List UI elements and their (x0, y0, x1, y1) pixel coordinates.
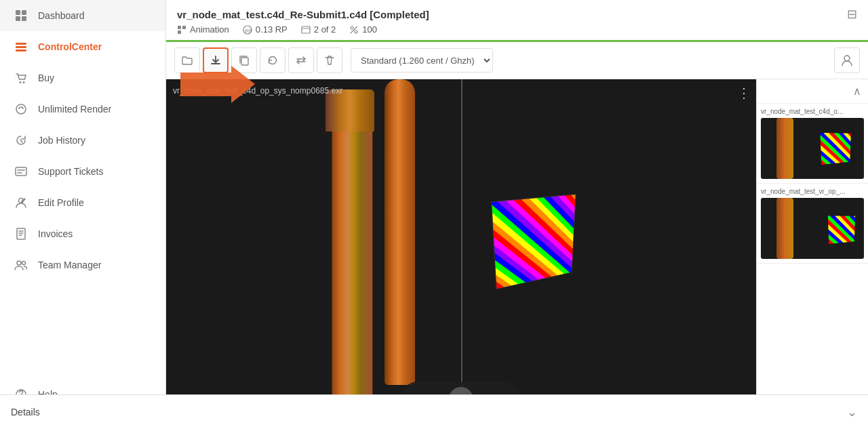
svg-rect-24 (241, 58, 248, 65)
cube-face (491, 194, 576, 289)
folder-button[interactable] (174, 47, 200, 73)
job-type-label: Animation (190, 24, 229, 35)
thumb-label-1: vr_node_mat_test_c4d_o... (761, 108, 864, 115)
support-icon (14, 164, 28, 179)
svg-rect-3 (22, 16, 26, 21)
sidebar: Dashboard ControlCenter Buy (0, 0, 166, 429)
thumb-label-2: vr_node_mat_test_vr_op_... (761, 188, 864, 195)
render-preview (166, 79, 756, 427)
thumbnail-item-1[interactable]: vr_node_mat_test_c4d_o... (757, 104, 868, 184)
sidebar-label-buy: Buy (38, 73, 54, 83)
sidebar-label-unlimited: Unlimited Render (38, 104, 111, 115)
right-panel-header: ∧ (757, 79, 868, 104)
percent-value: 100 (362, 24, 377, 35)
svg-point-13 (17, 261, 21, 265)
frames-value: 2 of 2 (314, 24, 336, 35)
svg-rect-21 (302, 26, 310, 33)
svg-rect-5 (16, 46, 26, 48)
sidebar-label-job-history: Job History (38, 135, 85, 146)
sidebar-label-support: Support Tickets (38, 166, 104, 177)
svg-point-14 (22, 262, 26, 265)
thumb-image-2 (761, 198, 864, 259)
svg-rect-12 (17, 228, 25, 239)
swap-button[interactable] (288, 47, 314, 73)
thumb-copper-2 (776, 198, 793, 259)
sidebar-item-edit-profile[interactable]: Edit Profile (0, 187, 165, 218)
svg-rect-1 (22, 10, 26, 15)
thumb-image-1 (761, 118, 864, 179)
sidebar-label-team: Team Manager (38, 260, 101, 270)
collapse-icon[interactable]: ⊟ (847, 7, 857, 22)
panel-collapse-button[interactable]: ∧ (853, 85, 861, 98)
right-panel: ∧ vr_node_mat_test_c4d_o... vr_node_mat_… (756, 79, 868, 429)
sidebar-item-job-history[interactable]: Job History (0, 125, 165, 156)
rp-icon: RP (243, 25, 252, 35)
download-button[interactable] (203, 47, 229, 73)
percent-icon (349, 25, 359, 35)
sidebar-item-invoices[interactable]: Invoices (0, 218, 165, 249)
details-chevron-icon: ⌄ (847, 405, 857, 420)
svg-point-9 (16, 104, 26, 114)
job-type: Animation (177, 24, 229, 35)
svg-rect-10 (16, 167, 26, 176)
viewer-container: vr_node_mat_test_c4d_op_sys_nomp0685.exr… (166, 79, 756, 429)
sidebar-item-team-manager[interactable]: Team Manager (0, 249, 165, 281)
rp-value: 0.13 RP (256, 24, 288, 35)
dashboard-icon (14, 8, 28, 23)
sidebar-item-support-tickets[interactable]: Support Tickets (0, 156, 165, 187)
edit-profile-icon (14, 195, 28, 210)
svg-point-23 (355, 30, 357, 33)
trash-button[interactable] (317, 47, 342, 73)
viewer-divider (461, 79, 462, 427)
thumb-cube-1 (820, 133, 850, 165)
viewer-filename: vr_node_mat_test_c4d_op_sys_nomp0685.exr (173, 86, 342, 96)
svg-point-25 (844, 56, 850, 61)
sidebar-label-edit-profile: Edit Profile (38, 197, 84, 208)
render-type-select[interactable]: Standard (1.260 cent / Ghzh)PremiumEcono… (351, 48, 493, 73)
sidebar-label-controlcenter: ControlCenter (38, 41, 102, 52)
unlimited-render-icon (14, 102, 28, 117)
toolbar: Standard (1.260 cent / Ghzh)PremiumEcono… (166, 42, 868, 79)
copy-button[interactable] (231, 47, 257, 73)
header-bar: vr_node_mat_test.c4d_Re-Submit1.c4d [Com… (166, 0, 868, 42)
invoices-icon (14, 226, 28, 241)
svg-text:RP: RP (245, 28, 252, 34)
job-frames: 2 of 2 (301, 24, 336, 35)
animation-icon (177, 25, 186, 35)
job-history-icon (14, 133, 28, 148)
job-percent: 100 (349, 24, 377, 35)
svg-rect-4 (16, 43, 26, 45)
sidebar-label-invoices: Invoices (38, 228, 73, 239)
copper-tube-cap (326, 89, 374, 131)
copper-bat (384, 79, 415, 385)
content-area: vr_node_mat_test_c4d_op_sys_nomp0685.exr… (166, 79, 868, 429)
thumbnail-item-2[interactable]: vr_node_mat_test_vr_op_... (757, 184, 868, 264)
svg-rect-16 (178, 26, 181, 29)
svg-point-7 (20, 81, 22, 83)
svg-rect-0 (16, 10, 20, 15)
user-avatar-button[interactable] (834, 47, 860, 73)
sidebar-item-dashboard[interactable]: Dashboard (0, 0, 165, 31)
job-rp: RP 0.13 RP (243, 24, 288, 35)
thumb-cube-2 (828, 216, 855, 243)
svg-point-22 (351, 26, 353, 29)
controlcenter-icon (14, 39, 28, 54)
viewer-menu-button[interactable]: ⋮ (737, 85, 751, 101)
buy-icon (14, 70, 28, 85)
frames-icon (301, 25, 311, 35)
refresh-button[interactable] (260, 47, 285, 73)
svg-point-8 (23, 81, 25, 83)
svg-rect-2 (16, 16, 20, 21)
sidebar-item-unlimited-render[interactable]: Unlimited Render (0, 94, 165, 125)
svg-rect-17 (182, 26, 186, 29)
sidebar-item-buy[interactable]: Buy (0, 62, 165, 94)
sidebar-item-controlcenter[interactable]: ControlCenter (0, 31, 165, 62)
render-scene (166, 79, 756, 427)
colorful-cube (482, 184, 591, 292)
svg-rect-18 (178, 30, 181, 34)
details-bar[interactable]: Details ⌄ (166, 394, 868, 429)
thumb-copper-1 (776, 118, 793, 179)
svg-rect-6 (16, 49, 26, 52)
copper-tube-left (332, 94, 372, 427)
team-manager-icon (14, 258, 28, 272)
